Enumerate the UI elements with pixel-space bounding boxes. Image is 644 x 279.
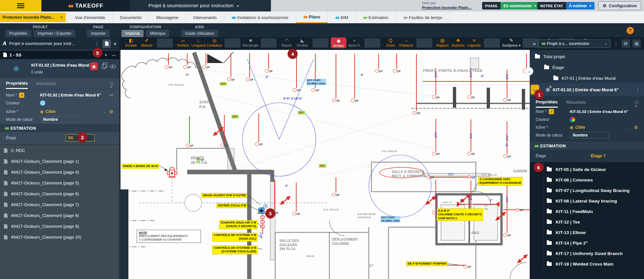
color-swatch[interactable] (40, 100, 45, 106)
expand-panel-icon[interactable]: » (533, 41, 536, 46)
page-properties-button[interactable] (102, 39, 111, 48)
chevron-down-icon[interactable]: ⌄ (103, 110, 106, 114)
pin-icon[interactable] (110, 81, 114, 86)
kit-list-item[interactable]: KIT-17 | Uniformly Sized Branch (530, 248, 644, 259)
estimate-selector-dropdown[interactable]: ◆◆ Projet à s... soumission ⌄ (538, 39, 611, 48)
panel-collapse-handle[interactable]: › (525, 67, 533, 75)
phase-selector[interactable]: PHASE En soumission▼ (482, 2, 539, 10)
mode-value[interactable]: Nombre (570, 132, 609, 139)
etage-value-link[interactable]: Étage ? (591, 154, 606, 158)
tab-resultats[interactable]: Résultats (36, 78, 56, 89)
sprinkler-marker[interactable]: QR (165, 65, 172, 69)
chevron-up-icon[interactable]: ︿ (112, 52, 116, 58)
page-list-item[interactable]: 49427-Gicleurs_Claremont (page 1) (0, 156, 119, 167)
sprinkler-marker[interactable]: QR (255, 142, 262, 146)
kebab-menu-icon[interactable]: ⋮ (613, 41, 619, 46)
state-value[interactable]: À estimer▼ (566, 2, 595, 10)
help-button[interactable]: ? (627, 27, 634, 34)
kit-list-item[interactable]: KIT-14 | Pipe 2" (530, 238, 644, 248)
project-title-dropdown[interactable]: Projet à soumissionner pour instruction▼ (148, 3, 239, 8)
kebab-menu-icon[interactable]: ⋮ (80, 64, 86, 69)
plan-canvas[interactable]: ENDIE A MOINS DE 45 MDRAIN OUVERT PAR D'… (119, 50, 530, 279)
page-list-item[interactable]: 49427-Gicleurs_Claremont (page 5) (0, 178, 119, 188)
sprinkler-marker[interactable]: QR (183, 65, 191, 69)
refresh-button[interactable]: ⟳ (622, 39, 630, 48)
sprinkler-marker[interactable]: QR (293, 88, 300, 92)
sprinkler-marker[interactable]: QR (227, 78, 234, 81)
proprietes-button[interactable]: Propriétés (5, 30, 31, 37)
link-icon[interactable]: ∞ (110, 92, 113, 98)
gear-icon[interactable]: ⚙ (109, 109, 113, 114)
sprinkler-marker[interactable]: QR (503, 98, 511, 102)
kit-list-item[interactable]: KIT-18 | Welded Cross Main (530, 259, 644, 269)
tree-item[interactable]: Étage (530, 62, 644, 73)
sprinkler-marker[interactable]: QR (311, 88, 319, 92)
sprinkler-marker[interactable]: QR (412, 111, 420, 115)
collapse-panel-icon[interactable]: « (114, 41, 117, 47)
chevron-down-icon[interactable]: ⌄ (628, 126, 631, 129)
tree-item[interactable]: Total projet (530, 51, 644, 62)
configuration-button[interactable]: ⚙Configuration (598, 1, 641, 10)
sprinkler-marker[interactable]: QR (351, 99, 358, 102)
tab-proprietes[interactable]: Propriétés (6, 78, 28, 89)
sprinkler-marker[interactable]: QR (375, 69, 382, 73)
page-list-item[interactable]: 49427-Gicleurs_Claremont (page 6) (0, 188, 119, 199)
kit-list-item[interactable]: KIT-08 | Lateral Sway bracing (530, 196, 644, 206)
page-list-item[interactable]: 49427-Gicleurs_Claremont (page 9) (0, 221, 119, 232)
state-selector[interactable]: NOTRE ÉTAT À estimer▼ (537, 2, 595, 10)
pin-icon[interactable] (634, 100, 639, 104)
sprinkler-marker[interactable]: QR (426, 176, 434, 179)
page-list-item[interactable]: 2- RDC (0, 145, 119, 156)
sprinkler-marker[interactable]: QR (463, 265, 471, 268)
selected-takeoff-item[interactable]: ⊕ KIT-01.02 | Entrée d'eau Mural 6" ⋮ (530, 83, 644, 96)
kit-list-item[interactable]: KIT-12 | Tee (530, 217, 644, 227)
add-folder-button[interactable]: ⊞ (633, 39, 641, 48)
sprinkler-marker[interactable]: QR (246, 78, 253, 81)
sprinkler-marker[interactable]: QR (467, 96, 475, 99)
sprinkler-marker[interactable]: QR (467, 176, 475, 179)
guide-utilisateur-button[interactable]: Guide Utilisateur (181, 30, 218, 37)
sprinkler-marker[interactable]: QR (220, 144, 228, 147)
kit-list-item[interactable]: KIT-05 | Salle de Gicleur (530, 164, 644, 175)
sprinkler-marker[interactable]: QR (202, 65, 210, 69)
sprinkler-marker[interactable]: QR (186, 144, 193, 147)
kit-list-item[interactable]: KIT-13 | Elbow (530, 227, 644, 238)
mode-value[interactable]: Nombre (40, 116, 79, 123)
kit-list-item[interactable]: KIT-06 | Colonnes (530, 175, 644, 185)
kebab-menu-icon[interactable]: ⋮ (635, 87, 641, 92)
page-list-item[interactable]: 49427-Gicleurs_Claremont (page 8) (0, 210, 119, 221)
add-icon[interactable]: + (104, 53, 107, 57)
sprinkler-marker[interactable]: QR (516, 208, 523, 212)
page-list-item[interactable]: 49427-Gicleurs_Claremont (page 10) (0, 232, 119, 243)
hamburger-menu-button[interactable] (0, 0, 41, 11)
imperial-button[interactable]: Impérial (122, 30, 144, 37)
sprinkler-marker[interactable]: QR (332, 193, 339, 197)
gear-icon[interactable]: ⚙ (634, 125, 638, 130)
sprinkler-marker[interactable]: QR (265, 69, 272, 73)
sprinkler-marker[interactable]: QR (503, 155, 511, 158)
imprimer-exporter-button[interactable]: Imprimer / Exporter (34, 30, 76, 37)
company-selector[interactable]: Protection Incendie Platin...▼ (0, 13, 66, 22)
importer-button[interactable]: Importer (87, 30, 110, 37)
sticky-note-icon[interactable]: + (19, 93, 24, 98)
page-list-item[interactable]: 49427-Gicleurs_Claremont (page 7) (0, 199, 119, 210)
sticky-note-icon[interactable]: + (549, 109, 554, 114)
sprinkler-marker[interactable]: QR (503, 233, 511, 237)
managed-by-link[interactable]: Protection Incendie Platin... (422, 5, 472, 10)
tab-resultats[interactable]: Résultats (566, 97, 586, 108)
kebab-menu-icon[interactable]: ⋮ (94, 41, 100, 46)
kit-list-item[interactable]: KIT-07 | Longitudinal Sway Bracing (530, 185, 644, 196)
page-list-item[interactable]: 49427-Gicleurs_Claremont (page 4) (0, 167, 119, 178)
sprinkler-marker[interactable]: QR (467, 152, 475, 156)
color-swatch[interactable] (570, 117, 575, 122)
copy-icon[interactable] (102, 64, 106, 69)
sprinkler-marker[interactable]: QR (332, 99, 340, 102)
sprinkler-marker[interactable]: QR (292, 212, 300, 216)
eye-icon[interactable] (110, 65, 116, 68)
takeoff-item-card[interactable]: ⊕ KIT-01.02 | Entrée d'eau Mural 6" 0 un… (0, 59, 119, 78)
tree-item[interactable]: KIT-01 | Entrée d'eau Mural (530, 73, 644, 84)
phase-value[interactable]: En soumission▼ (500, 2, 539, 10)
sprinkler-marker[interactable]: QR (432, 152, 439, 156)
sprinkler-marker[interactable]: QR (393, 69, 400, 73)
stop-measure-button[interactable]: ◉ (90, 62, 98, 70)
